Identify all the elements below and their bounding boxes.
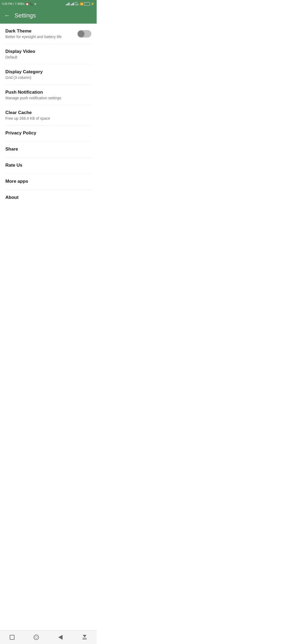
separator: | — [13, 2, 14, 5]
battery-icon: 65 — [84, 2, 90, 6]
dark-theme-subtitle: Better for eyesight and battery life — [5, 35, 61, 39]
signal-icon-2 — [70, 2, 74, 5]
display-category-title: Display Category — [5, 69, 91, 75]
bottom-spacer — [0, 210, 97, 226]
privacy-policy-title: Privacy Policy — [5, 130, 91, 136]
display-video-subtitle: Default — [5, 55, 91, 59]
call-icon: 📞 — [30, 2, 33, 5]
wifi-icon: 📶 — [80, 2, 83, 5]
share-title: Share — [5, 147, 91, 152]
page-title: Settings — [15, 12, 36, 19]
settings-item-more-apps[interactable]: More apps — [0, 174, 97, 190]
display-video-title: Display Video — [5, 49, 91, 54]
alarm-icon: ⏰ — [26, 2, 29, 5]
settings-item-share[interactable]: Share — [0, 142, 97, 158]
toggle-thumb — [78, 31, 84, 37]
about-title: About — [5, 195, 91, 200]
status-bar: 5:26 PM | 7.3KB/s ⏰ 📞 ⊕ VoWiFi 📶 65 ⚡ — [0, 0, 97, 8]
settings-item-push-notification[interactable]: Push Notification Manage push notificati… — [0, 85, 97, 105]
app-bar: ← Settings — [0, 8, 97, 24]
speed-label: 7.3KB/s — [15, 2, 24, 5]
toggle-track — [77, 30, 91, 38]
settings-item-display-category[interactable]: Display Category Grid (3 column) — [0, 64, 97, 85]
dark-theme-text: Dark Theme Better for eyesight and batte… — [5, 28, 61, 39]
status-left: 5:26 PM | 7.3KB/s ⏰ 📞 ⊕ — [2, 2, 36, 5]
compass-icon: ⊕ — [34, 2, 36, 5]
more-apps-title: More apps — [5, 179, 91, 184]
clear-cache-title: Clear Cache — [5, 110, 91, 115]
settings-item-about[interactable]: About — [0, 190, 97, 206]
back-button[interactable]: ← — [4, 12, 10, 19]
display-category-subtitle: Grid (3 column) — [5, 75, 91, 80]
settings-list: Dark Theme Better for eyesight and batte… — [0, 24, 97, 210]
dark-theme-title: Dark Theme — [5, 28, 61, 34]
time-label: 5:26 PM — [2, 2, 12, 5]
status-right: VoWiFi 📶 65 ⚡ — [66, 2, 95, 6]
signal-icon-1 — [66, 2, 70, 5]
push-notification-title: Push Notification — [5, 90, 91, 95]
settings-item-clear-cache[interactable]: Clear Cache Free up 268.4 KB of space — [0, 105, 97, 125]
rate-us-title: Rate Us — [5, 163, 91, 168]
settings-item-rate-us[interactable]: Rate Us — [0, 158, 97, 174]
settings-item-privacy-policy[interactable]: Privacy Policy — [0, 126, 97, 141]
vowifi-label: VoWiFi — [75, 2, 79, 6]
push-notification-subtitle: Manage push notification settings — [5, 96, 91, 100]
settings-item-display-video[interactable]: Display Video Default — [0, 44, 97, 64]
settings-item-dark-theme[interactable]: Dark Theme Better for eyesight and batte… — [0, 24, 97, 44]
dark-theme-toggle[interactable] — [77, 30, 91, 38]
clear-cache-subtitle: Free up 268.4 KB of space — [5, 116, 91, 120]
charging-icon: ⚡ — [91, 2, 95, 6]
